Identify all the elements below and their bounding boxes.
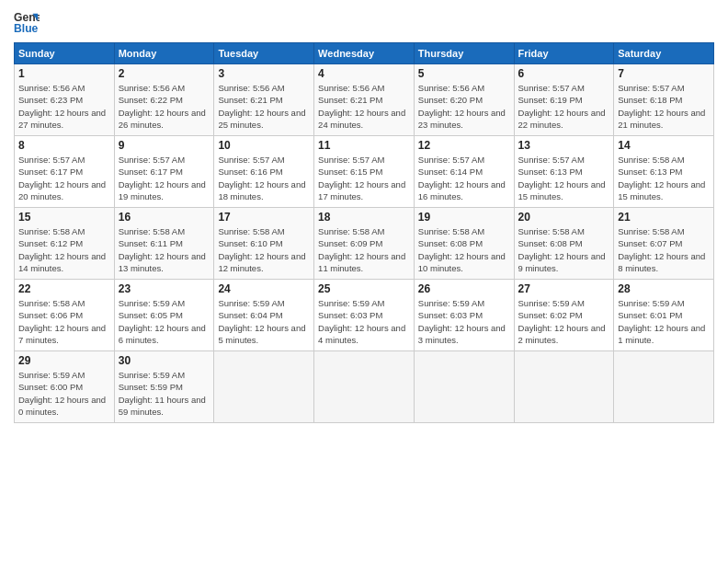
day-number: 26 <box>418 282 510 295</box>
day-number: 23 <box>119 282 210 295</box>
day-number: 25 <box>318 282 410 295</box>
calendar-cell: 27Sunrise: 5:59 AMSunset: 6:02 PMDayligh… <box>514 280 614 351</box>
day-info: Sunrise: 5:56 AMSunset: 6:23 PMDaylight:… <box>18 82 110 131</box>
day-info: Sunrise: 5:59 AMSunset: 6:02 PMDaylight:… <box>518 297 610 346</box>
calendar-cell: 14Sunrise: 5:58 AMSunset: 6:13 PMDayligh… <box>614 136 714 208</box>
header-day-sunday: Sunday <box>15 43 115 64</box>
calendar-cell: 10Sunrise: 5:57 AMSunset: 6:16 PMDayligh… <box>214 136 314 208</box>
calendar-cell: 15Sunrise: 5:58 AMSunset: 6:12 PMDayligh… <box>15 208 115 280</box>
day-info: Sunrise: 5:59 AMSunset: 6:03 PMDaylight:… <box>418 297 510 346</box>
day-number: 11 <box>318 139 410 152</box>
calendar-cell: 16Sunrise: 5:58 AMSunset: 6:11 PMDayligh… <box>114 208 214 280</box>
day-info: Sunrise: 5:58 AMSunset: 6:09 PMDaylight:… <box>318 225 410 274</box>
calendar-cell: 5Sunrise: 5:56 AMSunset: 6:20 PMDaylight… <box>414 64 514 136</box>
day-number: 6 <box>518 67 610 80</box>
calendar-table: SundayMondayTuesdayWednesdayThursdayFrid… <box>14 42 714 423</box>
calendar-body: 1Sunrise: 5:56 AMSunset: 6:23 PMDaylight… <box>15 64 714 423</box>
calendar-cell <box>414 351 514 423</box>
day-number: 15 <box>18 211 110 224</box>
calendar-cell: 13Sunrise: 5:57 AMSunset: 6:13 PMDayligh… <box>514 136 614 208</box>
header-row: SundayMondayTuesdayWednesdayThursdayFrid… <box>15 43 714 64</box>
day-info: Sunrise: 5:59 AMSunset: 6:03 PMDaylight:… <box>318 297 410 346</box>
day-info: Sunrise: 5:56 AMSunset: 6:22 PMDaylight:… <box>119 82 210 131</box>
header-day-thursday: Thursday <box>414 43 514 64</box>
header-day-tuesday: Tuesday <box>214 43 314 64</box>
day-info: Sunrise: 5:57 AMSunset: 6:17 PMDaylight:… <box>119 154 210 202</box>
day-info: Sunrise: 5:56 AMSunset: 6:20 PMDaylight:… <box>418 82 510 131</box>
header-day-saturday: Saturday <box>614 43 714 64</box>
day-number: 24 <box>218 282 310 295</box>
day-number: 3 <box>218 67 310 80</box>
week-row-4: 29Sunrise: 5:59 AMSunset: 6:00 PMDayligh… <box>15 351 714 423</box>
week-row-1: 8Sunrise: 5:57 AMSunset: 6:17 PMDaylight… <box>15 136 714 208</box>
calendar-cell <box>214 351 314 423</box>
day-number: 16 <box>119 211 210 224</box>
day-info: Sunrise: 5:56 AMSunset: 6:21 PMDaylight:… <box>318 82 410 131</box>
day-info: Sunrise: 5:59 AMSunset: 5:59 PMDaylight:… <box>119 369 210 418</box>
calendar-cell: 28Sunrise: 5:59 AMSunset: 6:01 PMDayligh… <box>614 280 714 351</box>
header-day-friday: Friday <box>514 43 614 64</box>
day-info: Sunrise: 5:57 AMSunset: 6:17 PMDaylight:… <box>18 154 110 202</box>
calendar-cell: 23Sunrise: 5:59 AMSunset: 6:05 PMDayligh… <box>114 280 214 351</box>
logo-icon: General Blue <box>14 9 40 35</box>
calendar-cell: 11Sunrise: 5:57 AMSunset: 6:15 PMDayligh… <box>314 136 415 208</box>
calendar-header: SundayMondayTuesdayWednesdayThursdayFrid… <box>15 43 714 64</box>
calendar-cell: 6Sunrise: 5:57 AMSunset: 6:19 PMDaylight… <box>514 64 614 136</box>
calendar-cell: 9Sunrise: 5:57 AMSunset: 6:17 PMDaylight… <box>114 136 214 208</box>
calendar-cell: 2Sunrise: 5:56 AMSunset: 6:22 PMDaylight… <box>114 64 214 136</box>
day-number: 28 <box>618 282 710 295</box>
day-info: Sunrise: 5:58 AMSunset: 6:06 PMDaylight:… <box>18 297 110 346</box>
day-info: Sunrise: 5:57 AMSunset: 6:15 PMDaylight:… <box>318 154 410 202</box>
day-number: 5 <box>418 67 510 80</box>
calendar-cell: 30Sunrise: 5:59 AMSunset: 5:59 PMDayligh… <box>114 351 214 423</box>
day-number: 17 <box>218 211 310 224</box>
day-number: 12 <box>418 139 510 152</box>
calendar-cell: 29Sunrise: 5:59 AMSunset: 6:00 PMDayligh… <box>15 351 115 423</box>
day-number: 27 <box>518 282 610 295</box>
day-info: Sunrise: 5:57 AMSunset: 6:18 PMDaylight:… <box>618 82 710 131</box>
day-info: Sunrise: 5:58 AMSunset: 6:08 PMDaylight:… <box>518 225 610 274</box>
day-info: Sunrise: 5:57 AMSunset: 6:19 PMDaylight:… <box>518 82 610 131</box>
calendar-cell: 4Sunrise: 5:56 AMSunset: 6:21 PMDaylight… <box>314 64 415 136</box>
day-number: 1 <box>18 67 110 80</box>
day-number: 13 <box>518 139 610 152</box>
calendar-cell: 17Sunrise: 5:58 AMSunset: 6:10 PMDayligh… <box>214 208 314 280</box>
day-number: 20 <box>518 211 610 224</box>
calendar-cell: 8Sunrise: 5:57 AMSunset: 6:17 PMDaylight… <box>15 136 115 208</box>
header-day-monday: Monday <box>114 43 214 64</box>
day-info: Sunrise: 5:58 AMSunset: 6:13 PMDaylight:… <box>618 154 710 202</box>
svg-text:Blue: Blue <box>14 22 39 35</box>
calendar-cell: 21Sunrise: 5:58 AMSunset: 6:07 PMDayligh… <box>614 208 714 280</box>
day-info: Sunrise: 5:57 AMSunset: 6:13 PMDaylight:… <box>518 154 610 202</box>
header: General Blue <box>14 9 714 35</box>
calendar-cell <box>514 351 614 423</box>
day-number: 7 <box>618 67 710 80</box>
day-number: 22 <box>18 282 110 295</box>
day-number: 30 <box>119 354 210 367</box>
day-info: Sunrise: 5:59 AMSunset: 6:04 PMDaylight:… <box>218 297 310 346</box>
day-number: 19 <box>418 211 510 224</box>
day-info: Sunrise: 5:58 AMSunset: 6:11 PMDaylight:… <box>119 225 210 274</box>
day-number: 4 <box>318 67 410 80</box>
day-info: Sunrise: 5:58 AMSunset: 6:10 PMDaylight:… <box>218 225 310 274</box>
day-number: 2 <box>119 67 210 80</box>
day-number: 9 <box>119 139 210 152</box>
day-info: Sunrise: 5:56 AMSunset: 6:21 PMDaylight:… <box>218 82 310 131</box>
week-row-3: 22Sunrise: 5:58 AMSunset: 6:06 PMDayligh… <box>15 280 714 351</box>
calendar-cell <box>614 351 714 423</box>
week-row-0: 1Sunrise: 5:56 AMSunset: 6:23 PMDaylight… <box>15 64 714 136</box>
calendar-cell: 19Sunrise: 5:58 AMSunset: 6:08 PMDayligh… <box>414 208 514 280</box>
calendar-cell: 24Sunrise: 5:59 AMSunset: 6:04 PMDayligh… <box>214 280 314 351</box>
calendar-cell <box>314 351 415 423</box>
day-info: Sunrise: 5:59 AMSunset: 6:05 PMDaylight:… <box>119 297 210 346</box>
day-info: Sunrise: 5:58 AMSunset: 6:07 PMDaylight:… <box>618 225 710 274</box>
header-day-wednesday: Wednesday <box>314 43 415 64</box>
day-info: Sunrise: 5:57 AMSunset: 6:14 PMDaylight:… <box>418 154 510 202</box>
day-number: 10 <box>218 139 310 152</box>
calendar-cell: 20Sunrise: 5:58 AMSunset: 6:08 PMDayligh… <box>514 208 614 280</box>
day-number: 29 <box>18 354 110 367</box>
calendar-cell: 26Sunrise: 5:59 AMSunset: 6:03 PMDayligh… <box>414 280 514 351</box>
day-info: Sunrise: 5:58 AMSunset: 6:08 PMDaylight:… <box>418 225 510 274</box>
calendar-cell: 25Sunrise: 5:59 AMSunset: 6:03 PMDayligh… <box>314 280 415 351</box>
day-info: Sunrise: 5:59 AMSunset: 6:00 PMDaylight:… <box>18 369 110 418</box>
